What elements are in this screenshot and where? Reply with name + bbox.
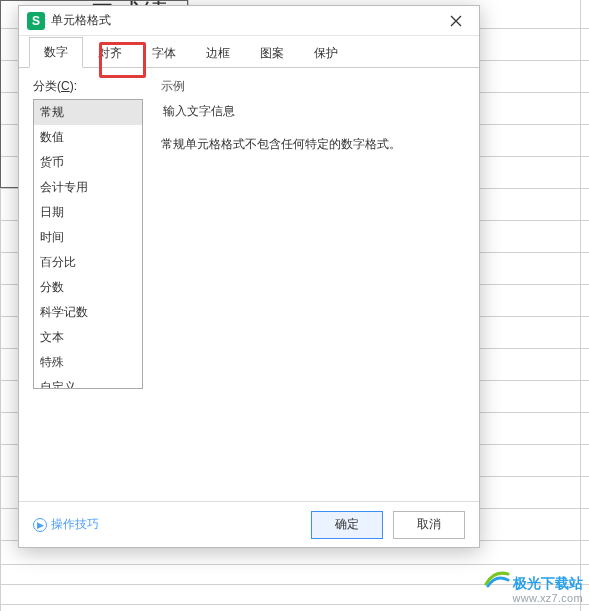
tab-protection[interactable]: 保护 [299, 38, 353, 68]
category-column: 分类(C): 常规 数值 货币 会计专用 日期 时间 百分比 分数 科学记数 文… [33, 78, 143, 491]
watermark-url: www.xz7.com [512, 592, 583, 604]
close-button[interactable] [441, 6, 471, 36]
close-icon [450, 15, 462, 27]
dialog-footer: ▶ 操作技巧 确定 取消 [19, 501, 479, 547]
tab-border[interactable]: 边框 [191, 38, 245, 68]
app-icon: S [27, 12, 45, 30]
tips-link[interactable]: ▶ 操作技巧 [33, 516, 99, 533]
sample-value: 输入文字信息 [161, 103, 465, 120]
watermark-title: 极光下载站 [513, 575, 583, 591]
category-item-date[interactable]: 日期 [34, 200, 142, 225]
sample-label: 示例 [161, 78, 465, 95]
tab-number[interactable]: 数字 [29, 37, 83, 68]
category-list[interactable]: 常规 数值 货币 会计专用 日期 时间 百分比 分数 科学记数 文本 特殊 自定… [33, 99, 143, 389]
watermark-logo-icon [484, 566, 510, 591]
category-item-text[interactable]: 文本 [34, 325, 142, 350]
category-item-custom[interactable]: 自定义 [34, 375, 142, 389]
dialog-body: 分类(C): 常规 数值 货币 会计专用 日期 时间 百分比 分数 科学记数 文… [19, 68, 479, 501]
detail-column: 示例 输入文字信息 常规单元格格式不包含任何特定的数字格式。 [161, 78, 465, 491]
tips-label: 操作技巧 [51, 516, 99, 533]
watermark: 极光下载站 www.xz7.com [484, 566, 583, 605]
category-item-time[interactable]: 时间 [34, 225, 142, 250]
category-item-number[interactable]: 数值 [34, 125, 142, 150]
tab-font[interactable]: 字体 [137, 38, 191, 68]
cell-format-dialog: S 单元格格式 数字 对齐 字体 边框 图案 保护 分类(C): 常规 数值 货… [18, 5, 480, 548]
category-item-fraction[interactable]: 分数 [34, 275, 142, 300]
category-label: 分类(C): [33, 78, 143, 95]
tab-pattern[interactable]: 图案 [245, 38, 299, 68]
tab-alignment[interactable]: 对齐 [83, 38, 137, 68]
category-item-accounting[interactable]: 会计专用 [34, 175, 142, 200]
category-item-currency[interactable]: 货币 [34, 150, 142, 175]
dialog-titlebar: S 单元格格式 [19, 6, 479, 36]
play-icon: ▶ [33, 518, 47, 532]
ok-button[interactable]: 确定 [311, 511, 383, 539]
category-item-special[interactable]: 特殊 [34, 350, 142, 375]
dialog-title: 单元格格式 [51, 12, 441, 29]
format-description: 常规单元格格式不包含任何特定的数字格式。 [161, 136, 465, 153]
sample-section: 示例 输入文字信息 [161, 78, 465, 120]
category-item-percent[interactable]: 百分比 [34, 250, 142, 275]
category-item-scientific[interactable]: 科学记数 [34, 300, 142, 325]
tab-bar: 数字 对齐 字体 边框 图案 保护 [19, 36, 479, 68]
cancel-button[interactable]: 取消 [393, 511, 465, 539]
category-item-general[interactable]: 常规 [34, 100, 142, 125]
